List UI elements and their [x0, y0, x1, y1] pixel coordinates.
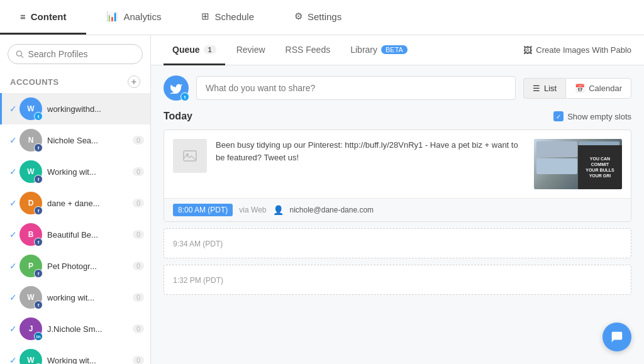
chat-button[interactable]: [602, 323, 631, 351]
account-name-3: Working wit...: [47, 167, 133, 177]
sub-nav: Queue 1 Review RSS Feeds Library BETA 🖼 …: [151, 35, 644, 65]
social-badge-1: t: [34, 112, 43, 121]
create-pablo-button[interactable]: 🖼 Create Images With Pablo: [523, 45, 631, 55]
list-view-button[interactable]: ☰ List: [523, 78, 565, 99]
check-icon-2: ✓: [7, 135, 19, 145]
list-icon: ☰: [533, 84, 540, 93]
post-time: 8:00 AM (PDT): [173, 204, 233, 216]
check-icon-7: ✓: [7, 292, 19, 302]
check-icon-1: ✓: [7, 104, 19, 114]
search-input[interactable]: [28, 49, 135, 59]
avatar-wrap-4: Df: [19, 192, 42, 214]
post-thumbnail: YOU CANCOMMITYOUR BULLSYOUR GRI: [534, 139, 622, 189]
account-name-1: workingwithd...: [47, 104, 144, 114]
tab-rss[interactable]: RSS Feeds: [277, 36, 340, 65]
gear-icon: ⚙: [294, 11, 303, 22]
compose-row: t ☰ List 📅 Calendar: [164, 75, 631, 101]
show-empty-toggle[interactable]: ✓ Show empty slots: [553, 111, 631, 121]
social-badge-7: f: [34, 301, 43, 309]
sidebar-item-7[interactable]: ✓Wfworking wit...0: [0, 282, 150, 313]
calendar-icon: 📅: [575, 84, 585, 93]
post-footer: 8:00 AM (PDT) via Web 👤 nichole@dane-dan…: [164, 198, 631, 221]
avatar-wrap-6: Pf: [19, 255, 42, 277]
accounts-label: Accounts: [10, 77, 59, 87]
tab-settings[interactable]: ⚙ Settings: [274, 0, 362, 35]
check-icon-4: ✓: [7, 198, 19, 208]
sidebar-item-5[interactable]: ✓BfBeautiful Be...0: [0, 219, 150, 250]
empty-slot-2[interactable]: 1:32 PM (PDT): [164, 265, 631, 295]
tab-analytics[interactable]: 📊 Analytics: [86, 0, 181, 35]
account-count-8: 0: [133, 324, 144, 333]
poster-avatar-icon: 👤: [273, 205, 284, 215]
empty-slot-1[interactable]: 9:34 AM (PDT): [164, 228, 631, 258]
sidebar: Accounts + ✓Wtworkingwithd...✓NfNichole …: [0, 35, 151, 364]
avatar-9: W: [19, 349, 42, 364]
poster-name: nichole@dane-dane.com: [290, 206, 374, 214]
sidebar-item-9[interactable]: ✓Wg+Working wit...0: [0, 345, 150, 364]
sidebar-item-4[interactable]: ✓Dfdane + dane...0: [0, 187, 150, 219]
tab-schedule[interactable]: ⊞ Schedule: [181, 0, 274, 35]
search-bar[interactable]: [8, 44, 143, 64]
sidebar-item-1[interactable]: ✓Wtworkingwithd...: [0, 93, 150, 124]
bar-chart-icon: 📊: [106, 11, 118, 22]
avatar-wrap-7: Wf: [19, 286, 42, 309]
social-badge-4: f: [34, 206, 43, 215]
account-name-8: J.Nichole Sm...: [47, 324, 133, 334]
svg-line-1: [21, 55, 23, 57]
search-icon: [16, 50, 24, 58]
account-name-6: Pet Photogr...: [47, 262, 133, 271]
show-empty-checkbox: ✓: [553, 111, 564, 121]
slot-time-2: 1:32 PM (PDT): [173, 276, 223, 285]
post-via: via Web: [239, 206, 266, 214]
social-badge-3: f: [34, 175, 43, 184]
check-icon-3: ✓: [7, 167, 19, 177]
social-badge-2: f: [34, 143, 43, 152]
sidebar-item-8[interactable]: ✓JinJ.Nichole Sm...0: [0, 313, 150, 345]
grid-icon: ⊞: [201, 11, 209, 22]
compose-social-badge: t: [180, 92, 189, 101]
svg-rect-2: [184, 151, 196, 161]
compose-avatar: t: [164, 75, 189, 101]
post-card: Been busy tidying up our Pinterest: http…: [164, 130, 631, 222]
library-badge: BETA: [381, 45, 408, 54]
avatar-wrap-9: Wg+: [19, 349, 42, 364]
layers-icon: ≡: [20, 11, 26, 22]
account-name-4: dane + dane...: [47, 199, 133, 208]
account-name-2: Nichole Sea...: [47, 136, 133, 145]
accounts-header: Accounts +: [0, 73, 150, 93]
slot-time-1: 9:34 AM (PDT): [173, 240, 223, 248]
main-layout: Accounts + ✓Wtworkingwithd...✓NfNichole …: [0, 35, 644, 364]
image-icon: 🖼: [523, 45, 532, 55]
calendar-view-button[interactable]: 📅 Calendar: [565, 78, 631, 99]
check-icon-6: ✓: [7, 261, 19, 271]
tab-review[interactable]: Review: [228, 36, 274, 65]
today-label: Today: [164, 111, 192, 122]
queue-area: t ☰ List 📅 Calendar Today: [151, 65, 644, 364]
tab-content[interactable]: ≡ Content: [0, 0, 86, 35]
sidebar-item-2[interactable]: ✓NfNichole Sea...0: [0, 124, 150, 156]
post-content: Been busy tidying up our Pinterest: http…: [164, 130, 631, 198]
avatar-wrap-3: Wf: [19, 160, 42, 183]
account-count-9: 0: [133, 356, 144, 364]
sidebar-item-6[interactable]: ✓PfPet Photogr...0: [0, 250, 150, 282]
account-count-3: 0: [133, 167, 144, 176]
post-text: Been busy tidying up our Pinterest: http…: [216, 139, 525, 189]
compose-input[interactable]: [196, 76, 516, 100]
add-account-button[interactable]: +: [128, 75, 140, 88]
view-toggles: ☰ List 📅 Calendar: [523, 78, 631, 99]
post-image-placeholder: [173, 139, 207, 173]
queue-badge: 1: [204, 45, 216, 54]
avatar-wrap-5: Bf: [19, 223, 42, 246]
sidebar-item-3[interactable]: ✓WfWorking wit...0: [0, 156, 150, 187]
account-name-5: Beautiful Be...: [47, 230, 133, 240]
check-icon-5: ✓: [7, 229, 19, 240]
top-nav: ≡ Content 📊 Analytics ⊞ Schedule ⚙ Setti…: [0, 0, 644, 35]
check-icon-8: ✓: [7, 324, 19, 334]
tab-queue[interactable]: Queue 1: [164, 36, 225, 65]
account-count-2: 0: [133, 136, 144, 145]
avatar-wrap-8: Jin: [19, 317, 42, 340]
content-area: Queue 1 Review RSS Feeds Library BETA 🖼 …: [151, 35, 644, 364]
tab-library[interactable]: Library BETA: [341, 36, 416, 65]
check-icon-9: ✓: [7, 355, 19, 364]
account-count-7: 0: [133, 293, 144, 302]
